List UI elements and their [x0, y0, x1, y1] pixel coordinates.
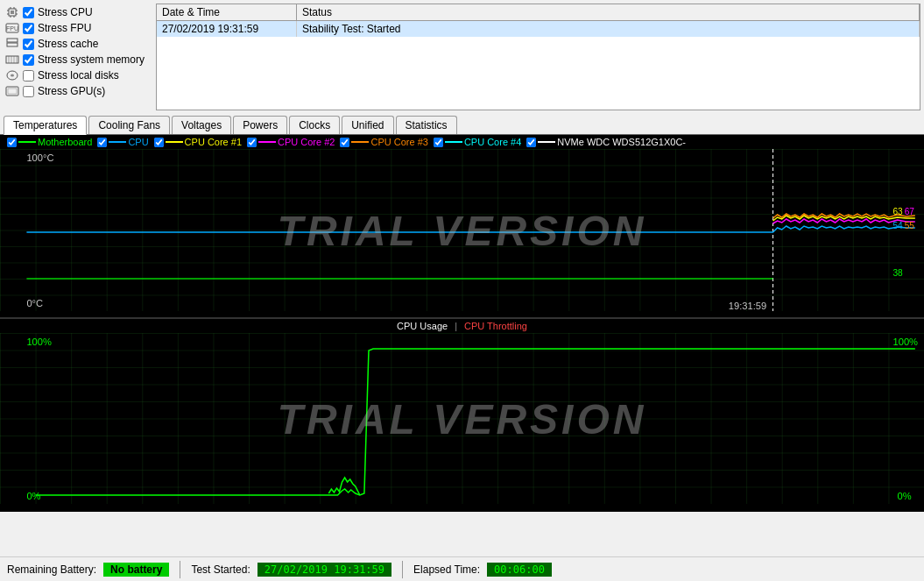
log-table-header: Date & Time Status — [157, 4, 920, 21]
log-row-datetime: 27/02/2019 19:31:59 — [157, 21, 297, 37]
cpu-usage-chart: CPU Usage | CPU Throttling 100% 0% 100% … — [0, 319, 924, 512]
legend-cpu-checkbox[interactable] — [97, 138, 107, 147]
svg-text:100°C: 100°C — [26, 152, 53, 163]
legend-nvme-checkbox[interactable] — [526, 138, 536, 147]
test-started-label: Test Started: — [191, 563, 250, 576]
svg-text:FPU: FPU — [6, 25, 18, 32]
legend-nvme-color — [538, 141, 555, 143]
legend-cpu-core2-label: CPU Core #2 — [278, 137, 335, 147]
log-table: Date & Time Status 27/02/2019 19:31:59 S… — [156, 4, 920, 110]
stress-memory-item[interactable]: Stress system memory — [5, 53, 151, 67]
svg-text:63: 63 — [892, 207, 903, 216]
stress-cache-checkbox[interactable] — [23, 39, 34, 50]
cpu-chart-area: 100% 0% 100% 0% TRIAL VERSION — [0, 333, 924, 504]
svg-text:38: 38 — [892, 268, 903, 278]
legend-cpu-core2[interactable]: CPU Core #2 — [247, 137, 335, 147]
stress-disks-icon — [5, 68, 19, 82]
status-separator-2 — [402, 561, 403, 578]
svg-rect-13 — [7, 43, 18, 46]
tabs-section: Temperatures Cooling Fans Voltages Power… — [0, 114, 924, 134]
legend-cpu-core2-color — [258, 141, 276, 143]
legend-nvme[interactable]: NVMe WDC WDS512G1X0C- — [526, 137, 686, 147]
tab-voltages[interactable]: Voltages — [172, 116, 231, 134]
stress-cache-label: Stress cache — [38, 38, 98, 50]
svg-text:0%: 0% — [26, 491, 40, 501]
stress-cache-icon — [5, 37, 19, 51]
stress-memory-icon — [5, 53, 19, 67]
legend-cpu[interactable]: CPU — [97, 137, 148, 147]
stress-cpu-label: Stress CPU — [38, 6, 93, 18]
temperature-chart: Motherboard CPU CPU Core #1 CPU Core #2 — [0, 135, 924, 319]
top-section: Stress CPU FPU Stress FPU Stress cache — [0, 0, 924, 114]
legend-cpu-label: CPU — [128, 137, 148, 147]
legend-cpu-core4-color — [445, 141, 462, 143]
test-started-value: 27/02/2019 19:31:59 — [257, 563, 391, 577]
svg-rect-1 — [11, 11, 14, 14]
tab-clocks[interactable]: Clocks — [289, 116, 340, 134]
tab-powers[interactable]: Powers — [233, 116, 287, 134]
stress-cpu-item[interactable]: Stress CPU — [5, 5, 151, 19]
svg-rect-22 — [8, 89, 17, 94]
svg-text:100%: 100% — [26, 337, 52, 347]
stress-disks-label: Stress local disks — [38, 69, 119, 81]
svg-text:54: 54 — [892, 221, 903, 230]
stress-fpu-icon: FPU — [5, 21, 19, 35]
stress-gpus-label: Stress GPU(s) — [38, 85, 105, 97]
cpu-usage-label: CPU Usage — [397, 321, 448, 331]
elapsed-label: Elapsed Time: — [413, 563, 480, 576]
temp-trial-watermark: TRIAL VERSION — [278, 206, 647, 254]
svg-text:100%: 100% — [892, 337, 918, 347]
temp-chart-legend: Motherboard CPU CPU Core #1 CPU Core #2 — [0, 135, 924, 149]
remaining-battery-label: Remaining Battery: — [7, 563, 96, 576]
log-row-status: Stability Test: Started — [297, 21, 920, 37]
legend-cpu-core4[interactable]: CPU Core #4 — [434, 137, 521, 147]
svg-rect-12 — [7, 39, 18, 42]
status-bar: Remaining Battery: No battery Test Start… — [0, 556, 924, 581]
legend-cpu-color — [109, 141, 126, 143]
legend-motherboard-checkbox[interactable] — [7, 138, 17, 147]
log-header-status: Status — [297, 4, 920, 20]
stress-fpu-item[interactable]: FPU Stress FPU — [5, 21, 151, 35]
stress-disks-item[interactable]: Stress local disks — [5, 68, 151, 82]
legend-cpu-core4-label: CPU Core #4 — [464, 137, 521, 147]
legend-cpu-core3[interactable]: CPU Core #3 — [340, 137, 427, 147]
stress-gpus-item[interactable]: Stress GPU(s) — [5, 84, 151, 98]
stress-disks-checkbox[interactable] — [23, 70, 34, 81]
stress-cache-item[interactable]: Stress cache — [5, 37, 151, 51]
stress-fpu-checkbox[interactable] — [23, 23, 34, 34]
svg-text:0°C: 0°C — [26, 298, 43, 308]
tab-statistics[interactable]: Statistics — [396, 116, 457, 134]
stress-gpus-icon — [5, 84, 19, 98]
cpu-chart-separator: | — [455, 321, 457, 331]
stress-gpus-checkbox[interactable] — [23, 86, 34, 97]
tab-unified[interactable]: Unified — [342, 116, 393, 134]
tab-cooling-fans[interactable]: Cooling Fans — [88, 116, 170, 134]
stress-memory-checkbox[interactable] — [23, 54, 34, 66]
legend-cpu-core1-label: CPU Core #1 — [185, 137, 242, 147]
legend-cpu-core2-checkbox[interactable] — [247, 138, 257, 147]
stress-options-panel: Stress CPU FPU Stress FPU Stress cache — [4, 4, 152, 110]
legend-cpu-core3-checkbox[interactable] — [340, 138, 349, 147]
battery-value: No battery — [103, 563, 169, 577]
legend-nvme-label: NVMe WDC WDS512G1X0C- — [557, 137, 686, 147]
legend-cpu-core3-label: CPU Core #3 — [370, 137, 427, 147]
legend-motherboard-color — [18, 141, 36, 143]
stress-cpu-icon — [5, 5, 19, 19]
legend-cpu-core3-color — [351, 141, 369, 143]
legend-motherboard[interactable]: Motherboard — [7, 137, 92, 147]
tab-temperatures[interactable]: Temperatures — [4, 116, 87, 135]
elapsed-value: 00:06:00 — [487, 563, 552, 577]
svg-text:19:31:59: 19:31:59 — [729, 301, 766, 311]
legend-motherboard-label: Motherboard — [38, 137, 92, 147]
legend-cpu-core4-checkbox[interactable] — [434, 138, 443, 147]
svg-text:67: 67 — [905, 207, 915, 216]
log-table-row: 27/02/2019 19:31:59 Stability Test: Star… — [157, 21, 920, 37]
legend-cpu-core1[interactable]: CPU Core #1 — [154, 137, 242, 147]
cpu-throttle-label: CPU Throttling — [464, 321, 527, 331]
legend-cpu-core1-checkbox[interactable] — [154, 138, 164, 147]
stress-memory-label: Stress system memory — [38, 53, 145, 66]
svg-text:0%: 0% — [898, 491, 912, 501]
legend-cpu-core1-color — [166, 141, 183, 143]
stress-cpu-checkbox[interactable] — [23, 7, 34, 18]
cpu-chart-legend: CPU Usage | CPU Throttling — [0, 319, 924, 333]
